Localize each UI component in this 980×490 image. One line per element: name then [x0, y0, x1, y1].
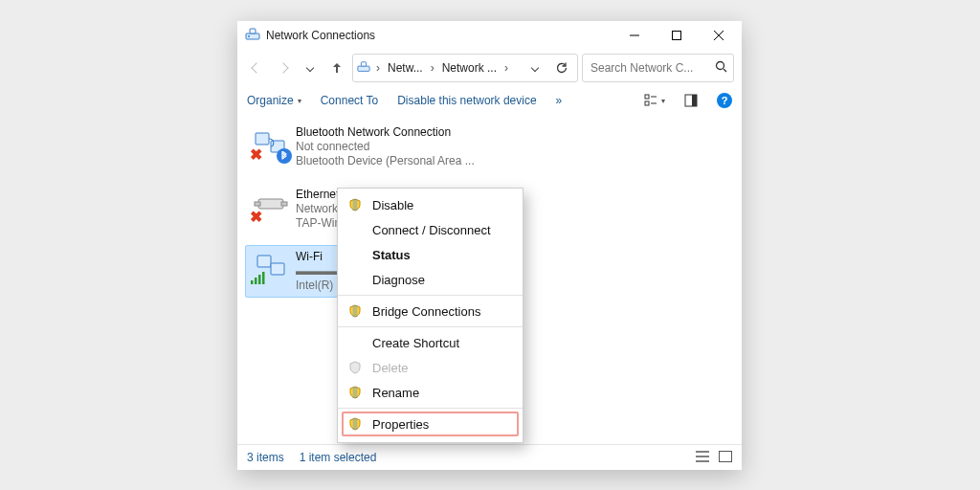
- shield-icon: [347, 416, 363, 432]
- connection-name: Bluetooth Network Connection: [296, 125, 475, 140]
- menu-item-disable[interactable]: Disable: [338, 192, 523, 217]
- close-button[interactable]: [698, 21, 740, 50]
- menu-separator: [338, 326, 523, 327]
- command-bar: Organize ▾ Connect To Disable this netwo…: [237, 86, 742, 115]
- menu-item-diagnose[interactable]: Diagnose: [338, 267, 523, 292]
- menu-item-create-shortcut[interactable]: Create Shortcut: [338, 330, 523, 355]
- status-bar: 3 items 1 item selected: [237, 444, 742, 470]
- svg-point-6: [717, 62, 724, 70]
- disable-device-button[interactable]: Disable this network device: [397, 94, 536, 107]
- menu-item-bridge[interactable]: Bridge Connections: [338, 299, 523, 323]
- svg-rect-19: [255, 278, 257, 284]
- menu-item-properties[interactable]: Properties: [342, 412, 519, 436]
- svg-rect-22: [720, 451, 732, 461]
- navigation-bar: › Netw... › Network ... ›: [237, 50, 742, 86]
- svg-rect-11: [256, 133, 269, 145]
- address-bar[interactable]: › Netw... › Network ... ›: [352, 54, 578, 82]
- menu-separator: [338, 408, 523, 409]
- svg-rect-1: [250, 29, 256, 33]
- svg-rect-8: [645, 101, 649, 105]
- error-icon: ✖: [250, 145, 262, 164]
- connect-to-button[interactable]: Connect To: [321, 94, 379, 107]
- svg-rect-3: [673, 32, 681, 40]
- menu-separator: [338, 295, 523, 296]
- selection-count: 1 item selected: [300, 451, 377, 464]
- menu-item-status[interactable]: Status: [338, 242, 523, 267]
- item-count: 3 items: [247, 451, 284, 464]
- shield-icon: [347, 360, 363, 375]
- organize-menu[interactable]: Organize ▾: [247, 94, 301, 107]
- view-options[interactable]: ▾: [644, 94, 665, 107]
- minimize-button[interactable]: [613, 21, 656, 50]
- svg-rect-15: [281, 202, 287, 206]
- svg-rect-20: [258, 275, 261, 284]
- svg-rect-16: [257, 256, 271, 267]
- breadcrumb[interactable]: Network ...: [440, 61, 499, 75]
- adapter-icon: [252, 250, 290, 286]
- connection-item-bluetooth[interactable]: ✖ Bluetooth Network Connection Not conne…: [245, 121, 488, 173]
- refresh-button[interactable]: [550, 56, 573, 79]
- svg-rect-5: [361, 61, 366, 65]
- adapter-icon: ✖: [252, 125, 290, 162]
- chevron-right-icon[interactable]: ›: [429, 61, 436, 75]
- bluetooth-icon: [277, 148, 292, 164]
- maximize-button[interactable]: [656, 21, 698, 50]
- svg-rect-17: [271, 263, 284, 275]
- svg-rect-4: [358, 66, 369, 71]
- menu-item-rename[interactable]: Rename: [338, 380, 523, 405]
- adapter-icon: ✖: [252, 188, 290, 224]
- more-commands[interactable]: »: [556, 94, 563, 107]
- connection-device: Bluetooth Device (Personal Area ...: [296, 154, 475, 168]
- svg-rect-18: [251, 280, 254, 284]
- forward-button[interactable]: [272, 56, 295, 79]
- up-button[interactable]: [325, 56, 348, 79]
- svg-rect-10: [692, 95, 697, 106]
- control-panel-icon: [357, 60, 370, 77]
- search-icon[interactable]: [715, 60, 727, 76]
- preview-pane-button[interactable]: [684, 94, 698, 107]
- chevron-right-icon[interactable]: ›: [502, 61, 510, 75]
- shield-icon: [347, 303, 363, 319]
- menu-item-delete: Delete: [338, 355, 523, 380]
- address-dropdown[interactable]: [523, 56, 546, 79]
- details-view-button[interactable]: [696, 451, 709, 465]
- help-button[interactable]: ?: [717, 93, 732, 108]
- search-box[interactable]: [582, 54, 734, 82]
- chevron-right-icon[interactable]: ›: [374, 61, 382, 75]
- search-input[interactable]: [589, 60, 709, 76]
- error-icon: ✖: [250, 208, 262, 226]
- wifi-signal-icon: [250, 272, 265, 288]
- history-dropdown[interactable]: [299, 56, 322, 79]
- menu-item-connect[interactable]: Connect / Disconnect: [338, 217, 523, 242]
- shield-icon: [347, 385, 363, 400]
- svg-rect-14: [255, 202, 260, 206]
- back-button[interactable]: [245, 56, 268, 79]
- svg-rect-7: [645, 95, 649, 99]
- app-icon: [245, 27, 260, 45]
- breadcrumb[interactable]: Netw...: [386, 61, 425, 75]
- window-title: Network Connections: [266, 29, 613, 42]
- svg-rect-21: [262, 272, 265, 284]
- tiles-view-button[interactable]: [719, 451, 732, 465]
- connection-status: Not connected: [296, 140, 475, 154]
- context-menu: Disable Connect / Disconnect Status Diag…: [337, 188, 523, 443]
- titlebar: Network Connections: [237, 21, 742, 50]
- shield-icon: [347, 197, 363, 212]
- svg-point-2: [248, 35, 250, 37]
